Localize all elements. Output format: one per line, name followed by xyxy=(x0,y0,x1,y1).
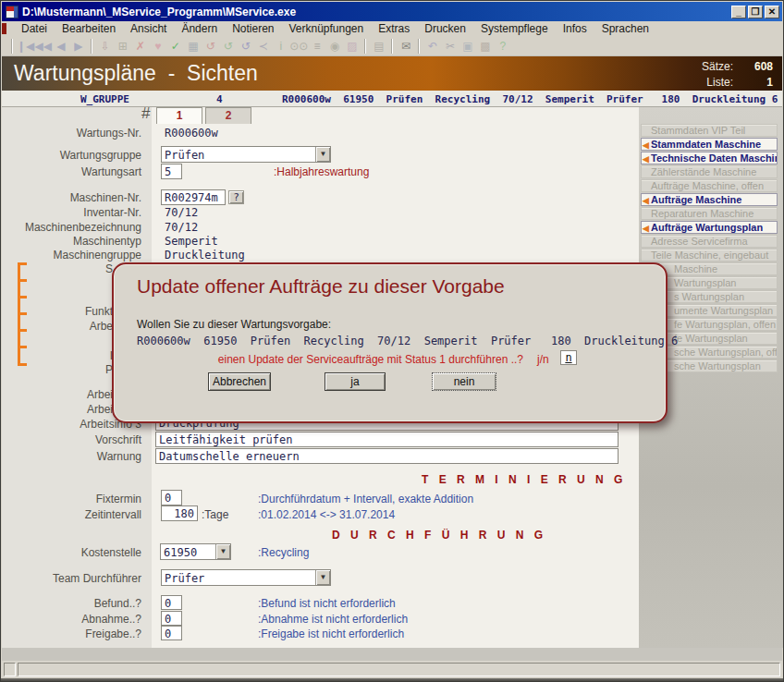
sidebar-item-label: fe Wartungsplan xyxy=(674,333,748,344)
maschinentyp-value: Semperit xyxy=(165,235,218,248)
tab-1[interactable]: 1 xyxy=(156,107,202,124)
covered-label-fragment: Funkt xyxy=(1,305,113,318)
confirm-icon[interactable]: ✓ xyxy=(166,40,184,53)
menu-item-ansicht[interactable]: Ansicht xyxy=(123,22,174,35)
terminierung-section-header: T E R M I N I E R U N G xyxy=(422,473,626,486)
record-text: R000600w 61950 Prüfen Recycling 70/12 Se… xyxy=(282,93,784,105)
freigabe-input[interactable]: 0 xyxy=(161,626,182,640)
sidebar-item-stammdaten-maschine[interactable]: ◀Stammdaten Maschine xyxy=(641,138,778,151)
maschinen-nr-lookup-button[interactable]: ? xyxy=(228,190,244,204)
maschinengruppe-value: Druckleitung xyxy=(165,249,245,262)
liste-label: Liste: xyxy=(706,76,733,89)
next-record-icon[interactable]: ▶ xyxy=(69,40,87,53)
menu-item-bearbeiten[interactable]: Bearbeiten xyxy=(55,22,123,35)
colors-icon[interactable]: ▨ xyxy=(343,40,361,53)
sidebar-item-label: Aufträge Maschine xyxy=(651,194,741,205)
wartungsart-input[interactable]: 5 xyxy=(161,164,182,179)
info-icon[interactable]: i xyxy=(272,40,289,53)
prev-page-icon[interactable]: ◀◀ xyxy=(34,40,52,53)
menu-item-ändern[interactable]: Ändern xyxy=(174,22,225,35)
warnung-input[interactable]: Datumschelle erneuern xyxy=(155,448,619,464)
cut-icon[interactable]: ✂ xyxy=(441,40,459,53)
menu-item-sprachen[interactable]: Sprachen xyxy=(594,22,656,35)
inventar-nr-value: 70/12 xyxy=(165,206,198,219)
chevron-down-icon[interactable]: ▼ xyxy=(315,147,330,162)
mail-icon[interactable]: ✉ xyxy=(397,40,414,53)
first-record-icon[interactable]: ❙◀ xyxy=(17,40,34,53)
menu-item-datei[interactable]: Datei xyxy=(14,22,55,35)
refresh-blue-icon[interactable]: ↺ xyxy=(237,40,254,53)
no-button[interactable]: nein xyxy=(432,372,496,391)
kostenstelle-select[interactable]: 61950 ▼ xyxy=(160,543,231,560)
record-group-value: 4 xyxy=(216,93,223,105)
vorschrift-input[interactable]: Leitfähigkeit prüfen xyxy=(155,432,619,447)
refresh-green-icon[interactable]: ↺ xyxy=(219,40,237,53)
menu-item-systempflege[interactable]: Systempflege xyxy=(473,22,556,35)
help-icon[interactable]: ? xyxy=(494,40,511,53)
chevron-down-icon[interactable]: ▼ xyxy=(315,570,330,585)
sidebar-item-aufträge-maschine[interactable]: ◀Aufträge Maschine xyxy=(641,193,778,206)
prev-record-icon[interactable]: ◀ xyxy=(52,40,69,53)
menu-flag-icon xyxy=(2,23,6,34)
sidebar-item-technische-daten-maschine[interactable]: ◀Technische Daten Maschine xyxy=(641,152,778,164)
zeitintervall-unit: :Tage xyxy=(202,508,228,521)
team-durchfuehrer-select[interactable]: Prüfer ▼ xyxy=(161,569,331,586)
menu-item-notieren[interactable]: Notieren xyxy=(225,22,281,35)
binoculars-icon[interactable]: ⊙⊙ xyxy=(289,40,308,53)
dialog-answer-input[interactable]: n xyxy=(560,350,577,365)
print-icon[interactable]: ▤ xyxy=(370,40,387,53)
abnahme-input[interactable]: 0 xyxy=(161,611,182,626)
menu-item-infos[interactable]: Infos xyxy=(556,22,594,35)
menu-item-drucken[interactable]: Drucken xyxy=(417,22,473,35)
wartungs-nr-value: R000600w xyxy=(165,127,218,140)
sidebar-item-label: Maschine xyxy=(674,263,717,274)
cancel-button[interactable]: Abbrechen xyxy=(208,372,271,391)
paste-icon[interactable]: ▩ xyxy=(476,40,494,53)
triangle-left-icon: ◀ xyxy=(643,153,649,164)
sidebar-item-label: Stammdaten Maschine xyxy=(651,139,761,150)
undo-icon[interactable]: ↶ xyxy=(423,40,441,53)
status-cell-small xyxy=(4,663,16,676)
eye-icon[interactable]: ◉ xyxy=(325,40,343,53)
import-icon[interactable]: ⇩ xyxy=(96,40,114,53)
toolbar-separator xyxy=(364,39,366,54)
status-cell-main xyxy=(18,663,780,676)
wartungsgruppe-select[interactable]: Prüfen ▼ xyxy=(161,146,331,163)
maschinengruppe-label: Maschinengruppe xyxy=(1,249,141,262)
maximize-button[interactable]: ❐ xyxy=(748,6,763,18)
sidebar-item-teile-maschine-eingebaut: Teile Maschine, eingebaut xyxy=(641,249,778,262)
sidebar-item-aufträge-wartungsplan[interactable]: ◀Aufträge Wartungsplan xyxy=(641,221,778,234)
copy-icon[interactable]: ▣ xyxy=(459,40,476,53)
tab-hash-icon: # xyxy=(141,104,150,123)
zeitintervall-input[interactable]: 180 xyxy=(161,505,198,521)
saetze-label: Sätze: xyxy=(702,60,733,73)
maschinen-nr-input[interactable]: R002974m xyxy=(161,189,226,205)
undo-red-icon[interactable]: ↺ xyxy=(202,40,219,53)
tab-2[interactable]: 2 xyxy=(205,107,251,124)
wartungsart-note: :Halbjahreswartung xyxy=(274,165,369,178)
minimize-button[interactable]: _ xyxy=(731,6,746,18)
fixtermin-input[interactable]: 0 xyxy=(161,490,182,505)
favorite-icon[interactable]: ♥ xyxy=(149,40,166,53)
covered-label-fragment: Arbei xyxy=(1,403,113,416)
befund-label: Befund..? xyxy=(1,597,141,610)
save-icon[interactable]: ▦ xyxy=(184,40,202,53)
menu-item-verknüpfungen[interactable]: Verknüpfungen xyxy=(281,22,371,35)
yes-button[interactable]: ja xyxy=(325,372,386,391)
list-icon[interactable]: ≡ xyxy=(308,40,325,53)
close-button[interactable]: ✕ xyxy=(765,6,779,18)
menu-item-extras[interactable]: Extras xyxy=(371,22,417,35)
sidebar-item-label: Aufträge Maschine, offen xyxy=(651,180,764,191)
delete-icon[interactable]: ✗ xyxy=(131,40,149,53)
sidebar-item-label: Zählerstände Maschine xyxy=(651,166,756,177)
branch-icon[interactable]: ≺ xyxy=(254,40,272,53)
title-bar: D:\Mustermann\_MService_Programm\MServic… xyxy=(2,2,782,21)
covered-label-fragment: I xyxy=(1,349,113,362)
vorschrift-label: Vorschrift xyxy=(1,433,141,446)
befund-input[interactable]: 0 xyxy=(161,595,182,610)
zeitintervall-note: :01.02.2014 <-> 31.07.2014 xyxy=(258,508,395,521)
tree-icon[interactable]: ⊞ xyxy=(114,40,131,53)
sidebar-item-label: sche Wartungsplan xyxy=(674,360,761,371)
chevron-down-icon[interactable]: ▼ xyxy=(215,544,230,559)
team-durchfuehrer-label: Team Durchführer xyxy=(1,572,141,585)
